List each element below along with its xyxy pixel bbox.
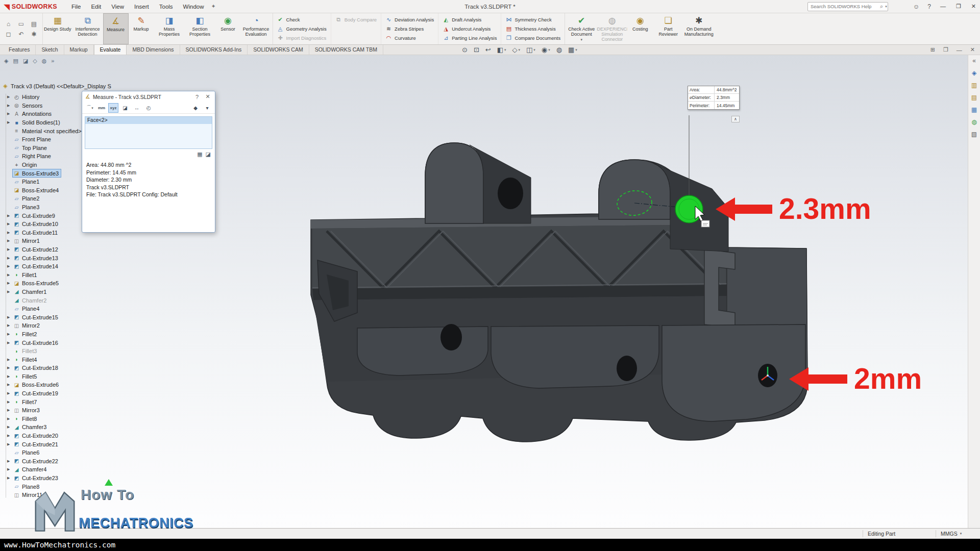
- menu-window[interactable]: Window: [183, 4, 204, 10]
- 3dexperience-simulation-connector-button[interactable]: ◍3DEXPERIENCE Simulation Connector: [597, 13, 627, 44]
- tree-item-chamfer4[interactable]: ▶◢Chamfer4: [0, 465, 94, 474]
- search-dropdown-icon[interactable]: ▾: [885, 5, 887, 9]
- undo-icon[interactable]: ↶: [15, 31, 28, 38]
- tab-evaluate[interactable]: Evaluate: [94, 44, 127, 55]
- tree-item-plane3[interactable]: ▱Plane3: [0, 203, 94, 212]
- zoom-area-icon[interactable]: ⊡: [474, 46, 479, 54]
- compare-documents-button[interactable]: ❐Compare Documents: [505, 34, 560, 41]
- pin-menu-icon[interactable]: ✦: [211, 3, 216, 10]
- tree-item-material-not-specified[interactable]: ≡Material <not specified>: [0, 127, 94, 135]
- expand-arrow-icon[interactable]: ▶: [7, 323, 13, 328]
- display-style-icon[interactable]: ◫▾: [526, 46, 535, 54]
- expand-arrow-icon[interactable]: ▶: [7, 374, 13, 379]
- tile-document-button[interactable]: ⊞: [930, 46, 935, 53]
- units-precision-button[interactable]: ▦: [197, 151, 202, 158]
- arc-circle-measurements-button[interactable]: ⌒▾: [85, 103, 95, 113]
- expand-arrow-icon[interactable]: ▶: [7, 417, 13, 421]
- menu-insert[interactable]: Insert: [134, 4, 149, 10]
- tree-item-cut-extrude19[interactable]: ▶◩Cut-Extrude19: [0, 389, 94, 398]
- expand-arrow-icon[interactable]: ▶: [7, 341, 13, 345]
- mass-properties-button[interactable]: ◨Mass Properties: [154, 13, 185, 44]
- tree-item-plane1[interactable]: ▱Plane1: [0, 178, 94, 186]
- tree-item-cut-extrude21[interactable]: ▶◩Cut-Extrude21: [0, 440, 94, 448]
- copy-results-button[interactable]: ◪: [206, 151, 211, 158]
- tree-item-cut-extrude11[interactable]: ▶◩Cut-Extrude11: [0, 229, 94, 237]
- menu-edit[interactable]: Edit: [91, 4, 101, 10]
- tree-item-cut-extrude10[interactable]: ▶◩Cut-Extrude10: [0, 220, 94, 229]
- tree-item-fillet8[interactable]: ▶◗Fillet8: [0, 415, 94, 423]
- tree-item-sensors[interactable]: ▶◎Sensors: [0, 102, 94, 110]
- expand-arrow-icon[interactable]: ▶: [7, 408, 13, 412]
- restore-document-button[interactable]: ❐: [943, 46, 948, 53]
- displaymanager-tab[interactable]: ◍: [42, 58, 47, 64]
- collapse-task-pane-icon[interactable]: «: [972, 57, 976, 64]
- tree-item-fillet5[interactable]: ▶◗Fillet5: [0, 372, 94, 381]
- tree-item-fillet4[interactable]: ▶◗Fillet4: [0, 355, 94, 364]
- maximize-button[interactable]: ❐: [956, 3, 961, 10]
- deviation-analysis-button[interactable]: ∿Deviation Analysis: [385, 16, 434, 23]
- draft-analysis-button[interactable]: ◭Draft Analysis: [443, 16, 497, 23]
- menu-view[interactable]: View: [111, 4, 124, 10]
- minimize-document-button[interactable]: —: [957, 47, 962, 53]
- symmetry-check-button[interactable]: ⋈Symmetry Check: [505, 16, 560, 23]
- tree-item-top-plane[interactable]: ▱Top Plane: [0, 144, 94, 153]
- tree-item-annotations[interactable]: ▶AAnnotations: [0, 110, 94, 118]
- expand-arrow-icon[interactable]: ▶: [7, 332, 13, 336]
- body-compare-button[interactable]: ⧉Body Compare: [335, 16, 377, 23]
- zoom-fit-icon[interactable]: ⊙: [462, 46, 468, 54]
- curvature-button[interactable]: ◠Curvature: [385, 34, 434, 41]
- tree-item-mirror2[interactable]: ▶◫Mirror2: [0, 321, 94, 330]
- tree-item-mirror3[interactable]: ▶◫Mirror3: [0, 406, 94, 415]
- on-demand-manufacturing-button[interactable]: ✱On Demand Manufacturing: [683, 13, 714, 44]
- parting-line-analysis-button[interactable]: ⊿Parting Line Analysis: [443, 34, 497, 41]
- expand-arrow-icon[interactable]: ▶: [7, 120, 13, 124]
- minimize-button[interactable]: —: [940, 3, 946, 10]
- check-active-document-button[interactable]: ✔Check Active Document▾: [566, 13, 597, 44]
- featuremanager-tree-tab[interactable]: ◈: [4, 58, 8, 64]
- view-settings-icon[interactable]: ▦▾: [568, 46, 577, 54]
- tab-features[interactable]: Features: [3, 45, 36, 55]
- pin-dialog-button[interactable]: ◆: [190, 103, 201, 113]
- appearances-scenes-icon[interactable]: ◍: [971, 118, 976, 126]
- measurement-history-button[interactable]: ◴: [143, 103, 154, 113]
- tree-item-fillet1[interactable]: ▶◗Fillet1: [0, 270, 94, 279]
- show-xyz-measurements-button[interactable]: xyz: [108, 103, 118, 113]
- previous-view-icon[interactable]: ↩: [485, 46, 491, 54]
- 3dexperience-panel-icon[interactable]: ◈: [972, 69, 976, 77]
- track-part-model[interactable]: [311, 143, 807, 442]
- expand-arrow-icon[interactable]: ▶: [7, 366, 13, 370]
- tree-item-right-plane[interactable]: ▱Right Plane: [0, 152, 94, 161]
- tree-item-boss-extrude6[interactable]: ▶◪Boss-Extrude6: [0, 381, 94, 389]
- tree-item-fillet3[interactable]: ◗Fillet3: [0, 347, 94, 356]
- dialog-close-button[interactable]: ✕: [204, 93, 212, 100]
- tree-item-cut-extrude20[interactable]: ▶◩Cut-Extrude20: [0, 432, 94, 440]
- help-icon[interactable]: ?: [927, 3, 931, 10]
- tab-solidworks-cam-tbm[interactable]: SOLIDWORKS CAM TBM: [309, 45, 383, 55]
- tree-item-cut-extrude18[interactable]: ▶◩Cut-Extrude18: [0, 364, 94, 372]
- projected-on-button[interactable]: ↔: [132, 103, 142, 113]
- measure-selection-box[interactable]: Face<2>: [85, 116, 212, 149]
- custom-properties-icon[interactable]: ▧: [971, 131, 977, 138]
- tab-markup[interactable]: Markup: [64, 45, 94, 55]
- expand-arrow-icon[interactable]: ▶: [7, 467, 13, 471]
- user-account-icon[interactable]: ☺: [913, 3, 919, 10]
- more-options-button[interactable]: ▾: [202, 103, 212, 113]
- expand-arrow-icon[interactable]: ▶: [7, 95, 13, 99]
- expand-arrow-icon[interactable]: ▶: [7, 434, 13, 438]
- performance-evaluation-button[interactable]: ◔Performance Evaluation: [241, 13, 272, 44]
- tree-item-history[interactable]: ▶◴History: [0, 93, 94, 102]
- view-orientation-icon[interactable]: ◇▾: [512, 46, 521, 54]
- new-document-icon[interactable]: ▭: [15, 20, 28, 28]
- costing-button[interactable]: ◉Costing: [627, 13, 653, 44]
- expand-arrow-icon[interactable]: ▶: [7, 112, 13, 116]
- point-to-point-button[interactable]: ◪: [120, 103, 130, 113]
- edit-appearance-icon[interactable]: ◍: [556, 46, 562, 54]
- section-view-icon[interactable]: ◧▾: [497, 46, 506, 54]
- check-button[interactable]: ✔Check: [277, 16, 327, 23]
- dialog-help-button[interactable]: ?: [193, 94, 201, 100]
- tree-item-fillet2[interactable]: ▶◗Fillet2: [0, 330, 94, 339]
- close-button[interactable]: ✕: [971, 3, 976, 10]
- interference-detection-button[interactable]: ⧉Interference Detection: [72, 13, 103, 44]
- help-search-box[interactable]: ⌕ ▾: [807, 2, 888, 11]
- measure-dialog-titlebar[interactable]: ∡ Measure - Track v3.SLDPRT ? ✕: [82, 91, 215, 102]
